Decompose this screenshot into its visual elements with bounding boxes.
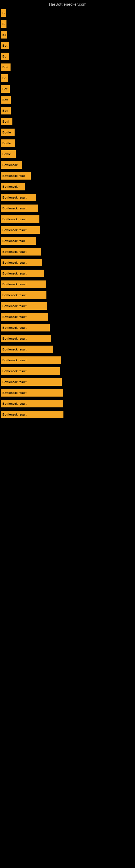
bar-label: Bottleneck result [1,346,53,353]
bar-row: Bottleneck result [0,376,135,388]
bar-label: Bottleneck result [1,367,60,375]
bar-label: Bottleneck result [1,324,50,332]
bar-row: Bottleneck resu [0,170,135,181]
bar-row: Bottleneck result [0,366,135,376]
bar-label: Bo [1,31,7,38]
bar-row: Bottleneck [0,159,135,170]
bar-label: Bo [1,53,9,60]
bar-row: Bottl [0,116,135,127]
bar-label: Bott [1,63,10,71]
bars-container: BBBoBotBoBottBoBotBottBottBottlBottleBot… [0,8,135,420]
bar-row: Bo [0,29,135,40]
bar-row: Bottleneck result [0,398,135,409]
bar-row: Bot [0,84,135,94]
bar-label: Bot [1,85,10,93]
bar-label: Bott [1,107,11,115]
bar-row: Bottle [0,127,135,138]
bar-label: Bot [1,42,9,50]
bar-row: Bott [0,105,135,116]
bar-row: Bottleneck result [0,290,135,301]
bar-row: Bottleneck r [0,181,135,192]
bar-row: Bottleneck result [0,301,135,311]
bar-label: B [1,9,6,17]
bar-label: Bottleneck [1,161,22,169]
bar-label: Bott [1,96,11,104]
bar-row: Bottleneck result [0,203,135,214]
bar-row: Bottleneck result [0,322,135,333]
bar-row: Bottleneck result [0,192,135,203]
bar-row: Bottleneck result [0,344,135,355]
bar-label: Bottle [1,140,15,147]
bar-row: Bottleneck resu [0,236,135,246]
bar-row: Bottleneck result [0,333,135,344]
bar-row: Bot [0,40,135,51]
bar-label: Bottleneck r [1,183,25,190]
bar-row: Bo [0,73,135,84]
bar-row: Bottleneck result [0,279,135,290]
bar-row: Bottleneck result [0,214,135,225]
bar-label: Bottleneck result [1,280,46,288]
site-title: TheBottlenecker.com [0,0,135,8]
bar-row: Bottleneck result [0,311,135,322]
bar-row: Bottle [0,149,135,159]
bar-row: Bottle [0,138,135,149]
bar-row: Bottleneck result [0,409,135,420]
bar-label: Bottleneck result [1,291,46,299]
bar-label: Bottleneck resu [1,172,31,180]
bar-label: Bottleneck result [1,226,40,234]
bar-row: Bottleneck result [0,225,135,236]
bar-label: Bottleneck result [1,411,63,418]
bar-label: Bottleneck result [1,313,48,321]
bar-label: Bottleneck result [1,248,41,255]
bar-row: Bo [0,51,135,62]
bar-label: Bottleneck result [1,378,62,386]
bar-row: Bott [0,94,135,105]
bar-label: Bottl [1,118,12,125]
bar-label: Bottleneck result [1,400,63,407]
bar-label: Bottleneck result [1,215,39,223]
bar-row: B [0,19,135,29]
bar-row: Bottleneck result [0,355,135,366]
bar-label: Bottle [1,129,14,136]
bar-label: Bottleneck result [1,302,47,310]
bar-label: Bottleneck result [1,270,44,277]
bar-row: Bottleneck result [0,388,135,398]
bar-row: Bottleneck result [0,257,135,268]
bar-label: Bottleneck result [1,389,63,397]
bar-row: B [0,8,135,19]
bar-label: Bottleneck result [1,194,36,201]
bar-label: Bottleneck result [1,335,51,342]
bar-label: Bottleneck result [1,356,61,364]
bar-label: Bottleneck resu [1,237,36,245]
bar-label: Bo [1,74,8,82]
bar-label: B [1,20,6,28]
bar-row: Bottleneck result [0,246,135,257]
bar-row: Bott [0,62,135,73]
bar-label: Bottle [1,150,16,158]
bar-row: Bottleneck result [0,268,135,279]
bar-label: Bottleneck result [1,259,42,267]
bar-label: Bottleneck result [1,205,38,212]
